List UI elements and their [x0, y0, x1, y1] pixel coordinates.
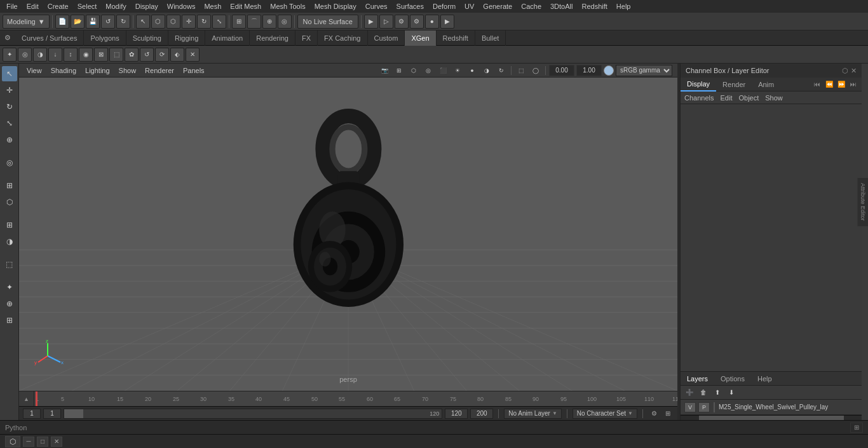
shelf-icon6[interactable]: ◉: [79, 48, 93, 62]
tab-curves-surfaces[interactable]: Curves / Surfaces: [15, 31, 84, 46]
shelf-icon8[interactable]: ⬚: [109, 48, 123, 62]
minimize-button[interactable]: ─: [23, 437, 34, 447]
menu-mesh-display[interactable]: Mesh Display: [311, 1, 360, 11]
vp-wireframe-icon[interactable]: ⬡: [407, 65, 420, 76]
cb-show-menu[interactable]: Show: [765, 94, 783, 102]
vp-grid-icon[interactable]: ⊞: [393, 65, 405, 76]
layer-tab-options[interactable]: Options: [714, 372, 751, 386]
shelf-icon10[interactable]: ↺: [140, 48, 154, 62]
menu-help[interactable]: Help: [613, 1, 635, 11]
undo-button[interactable]: ↺: [101, 15, 115, 29]
render-all-button[interactable]: ⚙: [410, 15, 424, 29]
ipr-render-button[interactable]: ▷: [379, 15, 393, 29]
scale-tool-button[interactable]: ⤡: [212, 15, 226, 29]
layer-scroll-thumb[interactable]: [699, 416, 844, 420]
gamma-select[interactable]: sRGB gamma: [616, 65, 672, 76]
timeline-ruler[interactable]: 1 5 10 15 20 25 30 35 40 45 50 55 60 65: [34, 391, 677, 407]
panel-close-icon[interactable]: ✕: [851, 67, 857, 75]
menu-modify[interactable]: Modify: [102, 1, 130, 11]
shelf-icon13[interactable]: ✕: [186, 48, 200, 62]
shelf-icon1[interactable]: ✦: [3, 48, 17, 62]
soft-select-button[interactable]: ◎: [2, 155, 17, 170]
marquee-select-button[interactable]: ⬚: [2, 257, 17, 272]
menu-deform[interactable]: Deform: [429, 1, 459, 11]
shelf-icon9[interactable]: ✿: [125, 48, 139, 62]
open-file-button[interactable]: 📂: [71, 15, 85, 29]
layer-scrollbar[interactable]: [681, 415, 862, 420]
menu-cache[interactable]: Cache: [517, 1, 545, 11]
cb-edit-menu[interactable]: Edit: [720, 94, 732, 102]
scale-mode-button[interactable]: ⤡: [2, 116, 17, 131]
circle-render-button[interactable]: ●: [425, 15, 439, 29]
layer-nav-first[interactable]: ⏭: [848, 79, 859, 90]
vp-shadow-icon[interactable]: ●: [466, 65, 478, 76]
select-mode-button[interactable]: ↖: [2, 66, 17, 81]
save-file-button[interactable]: 💾: [86, 15, 100, 29]
start-frame-field[interactable]: [23, 409, 41, 419]
playback-range-handle[interactable]: [64, 409, 83, 418]
restore-button[interactable]: □: [37, 437, 48, 447]
python-expand-button[interactable]: ⊞: [850, 423, 863, 433]
vp-ssao-icon[interactable]: ◑: [480, 65, 493, 76]
layer-visibility-v[interactable]: V: [684, 402, 696, 412]
vp-smooth-icon[interactable]: ◎: [422, 65, 435, 76]
tab-render[interactable]: Render: [716, 78, 752, 92]
vp-panels-menu[interactable]: Panels: [180, 66, 207, 75]
menu-redshift[interactable]: Redshift: [578, 1, 611, 11]
select-tool-button[interactable]: ↖: [136, 15, 150, 29]
menu-3dtall[interactable]: 3DtoAll: [546, 1, 576, 11]
menu-surfaces[interactable]: Surfaces: [393, 1, 428, 11]
attribute-editor-tab[interactable]: Attribute Editor: [857, 178, 868, 226]
tab-rendering[interactable]: Rendering: [250, 31, 295, 46]
shelf-icon12[interactable]: ⬖: [170, 48, 184, 62]
exposure-field[interactable]: [549, 65, 574, 76]
new-file-button[interactable]: 📄: [55, 15, 69, 29]
current-frame-field[interactable]: [43, 409, 61, 419]
layer-nav-last[interactable]: ⏮: [811, 79, 823, 90]
no-character-set-button[interactable]: No Character Set ▼: [573, 409, 637, 419]
layer-nav-prev[interactable]: ⏪: [824, 79, 835, 90]
layer-visibility-p[interactable]: P: [698, 402, 710, 412]
quick-rig-button[interactable]: ⊞: [2, 313, 17, 328]
menu-create[interactable]: Create: [44, 1, 72, 11]
rotate-tool-button[interactable]: ↻: [197, 15, 211, 29]
vp-shading-menu[interactable]: Shading: [48, 66, 79, 75]
menu-mesh-tools[interactable]: Mesh Tools: [266, 1, 309, 11]
end-range-field[interactable]: [445, 409, 468, 419]
tab-custom[interactable]: Custom: [368, 31, 405, 46]
cb-channels-menu[interactable]: Channels: [684, 94, 714, 102]
layer-new-button[interactable]: ➕: [683, 387, 696, 398]
menu-edit-mesh[interactable]: Edit Mesh: [226, 1, 265, 11]
shelf-icon7[interactable]: ⊠: [94, 48, 108, 62]
tab-anim[interactable]: Anim: [752, 78, 780, 92]
render-settings-button[interactable]: ⚙: [395, 15, 409, 29]
tab-bullet[interactable]: Bullet: [475, 31, 506, 46]
gamma-field[interactable]: [576, 65, 602, 76]
menu-curves[interactable]: Curves: [362, 1, 391, 11]
max-frame-field[interactable]: [470, 409, 493, 419]
rotate-mode-button[interactable]: ↻: [2, 99, 17, 114]
workspace-settings-icon[interactable]: ⚙: [0, 31, 15, 46]
close-button[interactable]: ✕: [51, 437, 62, 447]
tab-fx[interactable]: FX: [295, 31, 318, 46]
vp-view-menu[interactable]: View: [24, 66, 44, 75]
menu-file[interactable]: File: [3, 1, 22, 11]
menu-select[interactable]: Select: [74, 1, 101, 11]
window-icon[interactable]: ⬡: [5, 436, 20, 447]
display-mode-button[interactable]: ⊞: [2, 217, 17, 233]
viewport-canvas[interactable]: x y z persp: [19, 78, 677, 391]
layer-down-button[interactable]: ⬇: [725, 387, 738, 398]
isolate-select-button[interactable]: ◑: [2, 234, 17, 249]
shelf-icon3[interactable]: ◑: [33, 48, 47, 62]
playback-range-bar[interactable]: 120: [64, 409, 442, 419]
vp-light-icon[interactable]: ☀: [451, 65, 464, 76]
tab-sculpting[interactable]: Sculpting: [126, 31, 168, 46]
vp-aa-icon[interactable]: ↻: [495, 65, 508, 76]
vp-lighting-menu[interactable]: Lighting: [83, 66, 112, 75]
vp-show-menu[interactable]: Show: [116, 66, 139, 75]
vp-isolate-icon[interactable]: ◯: [529, 65, 542, 76]
bc-extra-icon[interactable]: ⊞: [662, 409, 674, 419]
menu-windows[interactable]: Windows: [163, 1, 200, 11]
tab-rigging[interactable]: Rigging: [168, 31, 205, 46]
shelf-icon2[interactable]: ◎: [18, 48, 32, 62]
